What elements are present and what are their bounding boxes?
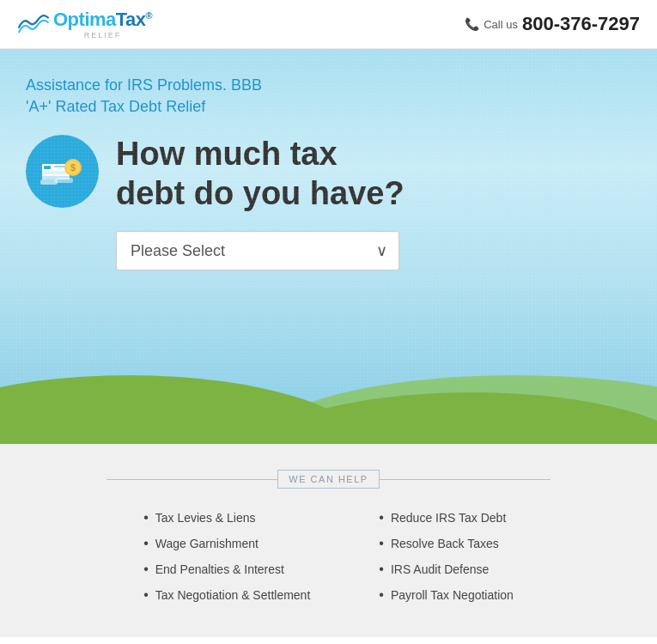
list-item: Tax Levies & Liens	[143, 510, 310, 526]
phone-area: 📞 Call us 800-376-7297	[465, 13, 640, 35]
svg-text:$: $	[70, 162, 76, 173]
money-stack-icon: $	[39, 150, 86, 193]
svg-rect-11	[0, 422, 657, 444]
logo-brand: OptimaTax®	[53, 9, 152, 31]
phone-number[interactable]: 800-376-7297	[522, 13, 640, 35]
logo-sub: RELIEF	[84, 31, 122, 39]
svg-rect-4	[54, 166, 66, 167]
help-list-right: Reduce IRS Tax Debt Resolve Back Taxes I…	[379, 510, 514, 603]
hero-question-area: How much tax debt do you have? Please Se…	[116, 135, 405, 270]
list-item: End Penalties & Interest	[143, 562, 310, 577]
page-header: OptimaTax® RELIEF 📞 Call us 800-376-7297	[0, 0, 657, 49]
hero-content: $ How much tax debt do you have? Please …	[26, 135, 631, 270]
phone-icon: 📞	[465, 17, 479, 31]
we-can-help-section: WE CAN HELP Tax Levies & Liens Wage Garn…	[0, 444, 657, 637]
list-item: Payroll Tax Negotiation	[379, 587, 514, 603]
list-item: Tax Negotiation & Settlement	[143, 587, 310, 603]
logo-area: OptimaTax® RELIEF	[17, 9, 152, 39]
list-item: Resolve Back Taxes	[379, 536, 514, 551]
hero-question: How much tax debt do you have?	[116, 135, 405, 213]
hills-decoration	[0, 358, 657, 444]
we-can-help-badge: WE CAN HELP	[277, 470, 379, 489]
list-item: IRS Audit Defense	[379, 562, 514, 577]
list-item: Reduce IRS Tax Debt	[379, 510, 514, 526]
hero-section: Assistance for IRS Problems. BBB 'A+' Ra…	[0, 49, 657, 444]
help-list-left: Tax Levies & Liens Wage Garnishment End …	[143, 510, 310, 603]
svg-rect-3	[44, 166, 51, 169]
logo-wave-icon	[17, 11, 50, 37]
logo-text: OptimaTax® RELIEF	[53, 9, 152, 39]
help-lists-container: Tax Levies & Liens Wage Garnishment End …	[28, 510, 630, 603]
tax-debt-select-wrapper[interactable]: Please Select Under $10,000 $10,000 - $2…	[116, 231, 399, 270]
money-icon-bubble: $	[26, 135, 99, 208]
call-us-label: Call us	[484, 18, 518, 31]
list-item: Wage Garnishment	[143, 536, 310, 551]
tax-debt-select[interactable]: Please Select Under $10,000 $10,000 - $2…	[116, 231, 399, 270]
hero-tagline: Assistance for IRS Problems. BBB 'A+' Ra…	[26, 75, 631, 118]
we-can-help-header: WE CAN HELP	[17, 470, 640, 489]
